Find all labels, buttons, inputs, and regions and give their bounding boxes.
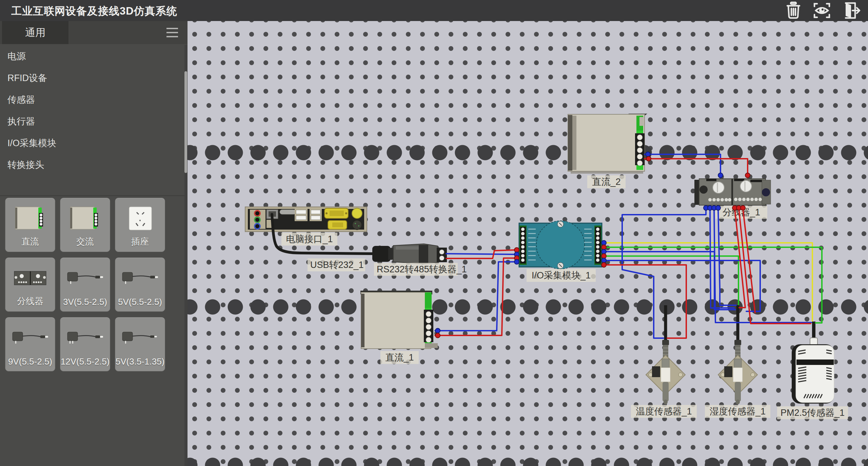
- device-label: RS232转485转换器_1: [374, 263, 458, 276]
- device-label: 电脑接口_1: [281, 233, 337, 246]
- tab-strip: 通用: [0, 21, 188, 44]
- wire-splitter-device[interactable]: [694, 179, 771, 205]
- adapter-thumb-icon: [115, 263, 165, 294]
- pm25-sensor-device[interactable]: [792, 322, 834, 404]
- view-eye-icon[interactable]: [812, 1, 831, 20]
- hamburger-icon[interactable]: [166, 28, 178, 38]
- humidity-sensor-device[interactable]: [718, 305, 757, 404]
- card-dc-power[interactable]: 直流: [5, 198, 55, 252]
- category-item-adapter[interactable]: 转换接头: [0, 154, 183, 176]
- tab-general[interactable]: 通用: [2, 21, 68, 44]
- device-library-panel: 通用 电源 RFID设备 传感器 执行器 I/O采集模块 转换接头 直流: [0, 21, 188, 466]
- card-adapter-5v[interactable]: 5V(5.5-2.5): [115, 257, 165, 312]
- device-label: 直流_1: [380, 351, 419, 364]
- card-label: 分线器: [5, 295, 55, 307]
- adapter-thumb-icon: [60, 322, 110, 353]
- card-splitter[interactable]: 分线器: [5, 257, 55, 312]
- adapter-thumb-icon: [5, 322, 55, 353]
- card-ac-power[interactable]: 交流: [60, 198, 110, 252]
- workspace-pegboard[interactable]: 电脑接口_1 USB转232_1 RS232转485转换器_1 I/O采集模块_…: [188, 21, 868, 466]
- ac-power-thumb-icon: [60, 203, 110, 234]
- device-card-grid: 直流 交流: [5, 198, 165, 371]
- card-socket[interactable]: 插座: [115, 198, 165, 252]
- temperature-sensor-device[interactable]: [646, 305, 685, 404]
- device-label: I/O采集模块_1: [527, 269, 596, 282]
- dc-power-thumb-icon: [5, 203, 55, 234]
- dc-supply-2-device[interactable]: [568, 114, 647, 174]
- category-item-io[interactable]: I/O采集模块: [0, 132, 183, 154]
- exit-icon[interactable]: [841, 1, 861, 20]
- title-bar: 工业互联网设备及接线3D仿真系统: [0, 0, 868, 21]
- divider: [0, 195, 185, 196]
- card-label: 5V(5.5-2.5): [115, 297, 165, 307]
- card-adapter-5v-small[interactable]: 5V(3.5-1.35): [115, 317, 165, 371]
- card-adapter-3v[interactable]: 3V(5.5-2.5): [60, 257, 110, 312]
- card-label: 交流: [60, 236, 110, 248]
- app-title: 工业互联网设备及接线3D仿真系统: [11, 4, 177, 18]
- pc-interface-device[interactable]: [245, 207, 367, 232]
- device-label: 湿度传感器_1: [705, 405, 770, 418]
- trash-icon[interactable]: [784, 1, 803, 20]
- adapter-thumb-icon: [115, 322, 165, 353]
- toolbar-icons: [784, 1, 861, 20]
- device-label: PM2.5传感器_1: [777, 406, 848, 419]
- category-item-rfid[interactable]: RFID设备: [0, 67, 183, 89]
- dc-supply-1-device[interactable]: [360, 291, 438, 349]
- socket-thumb-icon: [115, 203, 165, 234]
- card-label: 直流: [5, 236, 55, 248]
- io-acquisition-module-device[interactable]: [519, 221, 602, 269]
- card-label: 12V(5.5-2.5): [60, 356, 110, 367]
- card-adapter-9v[interactable]: 9V(5.5-2.5): [5, 317, 55, 371]
- category-item-power[interactable]: 电源: [0, 45, 183, 67]
- sidebar-scrollbar-thumb[interactable]: [184, 71, 187, 173]
- category-list: 电源 RFID设备 传感器 执行器 I/O采集模块 转换接头: [0, 45, 183, 176]
- card-label: 插座: [115, 236, 165, 248]
- card-label: 5V(3.5-1.35): [115, 356, 165, 367]
- card-label: 3V(5.5-2.5): [60, 297, 110, 307]
- category-item-actuator[interactable]: 执行器: [0, 111, 183, 132]
- category-item-sensor[interactable]: 传感器: [0, 89, 183, 111]
- card-label: 9V(5.5-2.5): [5, 356, 55, 367]
- rs232-to-485-converter-device[interactable]: [372, 244, 447, 264]
- splitter-thumb-icon: [5, 263, 55, 294]
- card-adapter-12v[interactable]: 12V(5.5-2.5): [60, 317, 110, 371]
- device-label: USB转232_1: [308, 258, 365, 271]
- sidebar-scrollbar-track[interactable]: [184, 45, 188, 466]
- device-label: 温度传感器_1: [631, 405, 697, 418]
- adapter-thumb-icon: [60, 263, 110, 294]
- device-label: 直流_2: [587, 175, 626, 188]
